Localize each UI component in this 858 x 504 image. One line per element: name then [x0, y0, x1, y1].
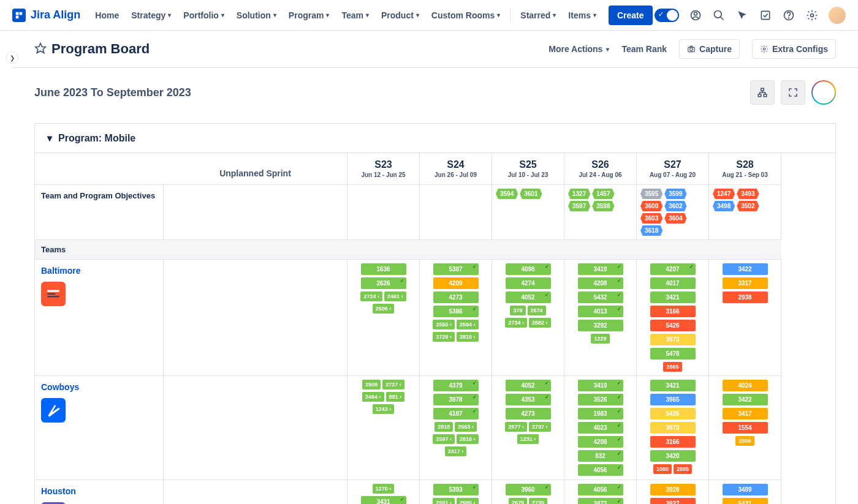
objective-item[interactable]: 1457	[592, 189, 614, 199]
settings-icon[interactable]	[805, 9, 819, 22]
story-small-card[interactable]: 2595 ‹	[457, 498, 479, 504]
nav-solution[interactable]: Solution▾	[237, 10, 276, 20]
team-rank-button[interactable]: Team Rank	[621, 44, 667, 54]
story-card[interactable]: 3317	[723, 277, 768, 289]
story-small-card[interactable]: 2737 ‹	[529, 422, 551, 432]
nav-product[interactable]: Product▾	[381, 10, 419, 20]
story-card[interactable]: 4052	[506, 380, 551, 391]
sidebar-expand-button[interactable]: ❯	[6, 51, 18, 64]
story-small-card[interactable]: 1270 ›	[373, 484, 395, 494]
star-icon[interactable]	[34, 42, 47, 56]
story-small-card[interactable]: 2594 ‹	[457, 320, 479, 329]
story-small-card[interactable]: 378	[510, 306, 525, 315]
story-small-card[interactable]: 2464 ‹	[362, 392, 384, 402]
objective-item[interactable]: 3600	[640, 201, 662, 211]
story-card[interactable]: 4273	[433, 291, 479, 303]
story-small-card[interactable]: 1231 ›	[517, 434, 539, 444]
objective-item[interactable]: 3498	[713, 201, 735, 211]
story-card[interactable]: 3489	[723, 484, 768, 495]
story-card[interactable]: 4379	[433, 380, 479, 391]
story-small-card[interactable]: 2899	[735, 436, 754, 446]
story-small-card[interactable]: 2818 ›	[457, 434, 479, 444]
story-small-card[interactable]: 2865	[663, 362, 681, 372]
story-card[interactable]: 4208	[578, 436, 623, 448]
search-icon[interactable]	[712, 9, 726, 22]
objective-item[interactable]: 3594	[496, 189, 518, 199]
objective-item[interactable]: 3603	[640, 213, 662, 224]
story-card[interactable]: 1554	[723, 422, 768, 434]
objective-item[interactable]: 3604	[664, 213, 686, 224]
story-card[interactable]: 5426	[650, 408, 696, 419]
story-small-card[interactable]: 2551 ‹	[433, 498, 455, 504]
story-card[interactable]: 4274	[506, 277, 551, 289]
story-card[interactable]: 3420	[650, 450, 696, 462]
story-card[interactable]: 3973	[650, 422, 696, 434]
objective-item[interactable]: 3502	[737, 201, 759, 211]
story-small-card[interactable]: 1243 ›	[373, 404, 395, 414]
story-card[interactable]: 4023	[578, 422, 623, 434]
story-card[interactable]: 3166	[650, 306, 696, 317]
story-small-card[interactable]: 2815 ‹	[457, 332, 479, 342]
objective-item[interactable]: 3601	[520, 189, 542, 199]
story-card[interactable]: 4187	[433, 408, 479, 419]
account-icon[interactable]	[689, 9, 702, 22]
story-card[interactable]: 5431	[723, 498, 768, 504]
story-small-card[interactable]: 2724 ‹	[360, 291, 382, 301]
capture-button[interactable]: Capture	[679, 39, 740, 59]
fullscreen-button[interactable]	[781, 80, 805, 105]
story-card[interactable]: 3927	[650, 498, 696, 504]
extra-configs-button[interactable]: Extra Configs	[752, 39, 836, 59]
objective-item[interactable]: 3599	[664, 189, 686, 199]
story-card[interactable]: 3960	[506, 484, 551, 495]
story-card[interactable]: 3973	[650, 334, 696, 345]
logo[interactable]: Jira Align	[12, 9, 80, 22]
story-card[interactable]: 3872	[578, 498, 623, 504]
objective-item[interactable]: 3598	[592, 201, 614, 211]
story-card[interactable]: 4056	[578, 484, 623, 495]
nav-strategy[interactable]: Strategy▾	[131, 10, 171, 20]
task-icon[interactable]	[759, 9, 772, 22]
story-card[interactable]: 832	[578, 450, 623, 462]
story-small-card[interactable]: 2818	[435, 422, 453, 432]
story-small-card[interactable]: 2735	[529, 498, 547, 504]
team-name-link[interactable]: Cowboys	[41, 382, 157, 392]
story-card[interactable]: 2626	[361, 277, 406, 289]
story-card[interactable]: 5393	[433, 484, 479, 495]
story-card[interactable]: 4052	[506, 291, 551, 303]
story-card[interactable]: 4353	[506, 394, 551, 405]
story-small-card[interactable]: 2550 ‹	[433, 320, 455, 329]
objective-item[interactable]: 1327	[568, 189, 590, 199]
nav-team[interactable]: Team▾	[341, 10, 369, 20]
story-card[interactable]: 2938	[723, 291, 768, 303]
story-small-card[interactable]: 2677 ‹	[505, 422, 527, 432]
objective-item[interactable]: 1247	[713, 189, 735, 199]
objective-item[interactable]: 3602	[664, 201, 686, 211]
color-settings-button[interactable]	[811, 80, 836, 105]
story-card[interactable]: 1636	[361, 263, 406, 275]
story-small-card[interactable]: 2553 ‹	[455, 422, 477, 432]
story-card[interactable]: 5478	[650, 348, 696, 359]
user-avatar[interactable]	[829, 7, 846, 24]
story-small-card[interactable]: 2506 ‹	[373, 304, 395, 314]
objective-item[interactable]: 3597	[568, 201, 590, 211]
story-small-card[interactable]: 2674	[528, 306, 546, 315]
nav-custom-rooms[interactable]: Custom Rooms▾	[431, 10, 500, 20]
story-card[interactable]: 3978	[433, 394, 479, 405]
nav-starred[interactable]: Starred▾	[520, 6, 556, 25]
more-actions-button[interactable]: More Actions▾	[549, 44, 609, 54]
story-card[interactable]: 3422	[723, 263, 768, 275]
story-small-card[interactable]: 2417 ›	[445, 446, 467, 456]
story-card[interactable]: 3421	[650, 380, 696, 391]
dark-mode-toggle[interactable]	[655, 9, 679, 22]
story-card[interactable]: 5387	[433, 263, 479, 275]
story-small-card[interactable]: 881 ›	[386, 392, 405, 402]
story-card[interactable]: 4208	[578, 277, 623, 289]
story-card[interactable]: 3422	[723, 394, 768, 405]
story-card[interactable]: 3526	[578, 394, 623, 405]
story-card[interactable]: 4024	[723, 380, 768, 391]
nav-home[interactable]: Home	[95, 10, 119, 20]
story-card[interactable]: 4056	[578, 464, 623, 476]
story-small-card[interactable]: 2727 ‹	[382, 380, 404, 389]
story-card[interactable]: 3421	[650, 291, 696, 303]
objective-item[interactable]: 3595	[640, 189, 662, 199]
